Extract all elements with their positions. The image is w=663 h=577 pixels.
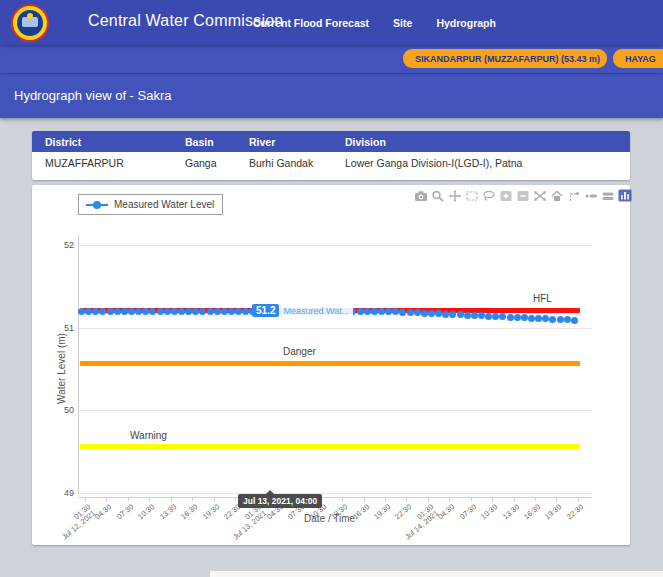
- measured-data-point[interactable]: [171, 308, 178, 315]
- x-tick-mark: [406, 497, 407, 501]
- y-gridline: [78, 328, 592, 329]
- measured-data-point[interactable]: [207, 308, 214, 315]
- measured-data-point[interactable]: [478, 312, 485, 319]
- measured-data-point[interactable]: [449, 311, 456, 318]
- x-tick-mark: [556, 497, 557, 501]
- measured-data-point[interactable]: [564, 316, 571, 323]
- col-division: Division: [345, 136, 630, 148]
- measured-data-point[interactable]: [214, 308, 221, 315]
- measured-data-point[interactable]: [528, 315, 535, 322]
- measured-data-point[interactable]: [364, 308, 371, 315]
- nav-hydrograph[interactable]: Hydrograph: [436, 17, 496, 29]
- x-tick-mark: [106, 497, 107, 501]
- x-tick-mark: [192, 497, 193, 501]
- measured-data-point[interactable]: [92, 308, 99, 315]
- nav-site[interactable]: Site: [393, 17, 412, 29]
- cell-river: Burhi Gandak: [249, 157, 345, 169]
- x-tick-mark: [514, 497, 515, 501]
- measured-data-point[interactable]: [228, 308, 235, 315]
- measured-data-point[interactable]: [421, 310, 428, 317]
- x-axis-tooltip: Jul 13, 2021, 04:00: [238, 494, 322, 508]
- measured-data-point[interactable]: [121, 308, 128, 315]
- x-tick-mark: [128, 497, 129, 501]
- measured-data-point[interactable]: [399, 309, 406, 316]
- measured-data-point[interactable]: [499, 313, 506, 320]
- measured-data-point[interactable]: [371, 308, 378, 315]
- x-tick-mark: [535, 497, 536, 501]
- measured-data-point[interactable]: [378, 308, 385, 315]
- measured-data-point[interactable]: [514, 314, 521, 321]
- measured-data-point[interactable]: [485, 313, 492, 320]
- y-gridline: [78, 410, 592, 411]
- station-button-sikandarpur[interactable]: SIKANDARPUR (MUZZAFARPUR) (53.43 m): [403, 49, 607, 68]
- measured-data-point[interactable]: [185, 308, 192, 315]
- ref-label-danger: Danger: [283, 346, 316, 357]
- measured-data-point[interactable]: [521, 314, 528, 321]
- ref-line-danger: [80, 361, 580, 366]
- measured-data-point[interactable]: [407, 309, 414, 316]
- measured-data-point[interactable]: [535, 315, 542, 322]
- measured-data-point[interactable]: [99, 308, 106, 315]
- measured-data-point[interactable]: [428, 310, 435, 317]
- main-nav: Current Flood Forecast Site Hydrograph: [253, 17, 496, 29]
- measured-data-point[interactable]: [507, 314, 514, 321]
- measured-data-point[interactable]: [164, 308, 171, 315]
- cwc-logo-icon: [11, 4, 49, 42]
- measured-data-point[interactable]: [464, 312, 471, 319]
- measured-data-point[interactable]: [114, 308, 121, 315]
- page-title-bar: Hydrograph view of - Sakra: [0, 73, 663, 118]
- measured-data-point[interactable]: [107, 308, 114, 315]
- measured-data-point[interactable]: [542, 315, 549, 322]
- measured-data-point[interactable]: [385, 308, 392, 315]
- station-table-card: District Basin River Division MUZAFFARPU…: [32, 131, 630, 180]
- measured-data-point[interactable]: [128, 308, 135, 315]
- hydrograph-chart-card: Measured Water Level 51.2 Measured Wat..…: [32, 185, 630, 545]
- measured-data-point[interactable]: [571, 317, 578, 324]
- plot-area[interactable]: 51.2 Measured Wat... Jul 13, 2021, 04:00…: [32, 185, 630, 545]
- measured-data-point[interactable]: [85, 308, 92, 315]
- measured-data-point[interactable]: [235, 308, 242, 315]
- measured-data-point[interactable]: [192, 308, 199, 315]
- x-tick-mark: [428, 497, 429, 501]
- col-district: District: [32, 136, 185, 148]
- x-tick-mark: [578, 497, 579, 501]
- measured-data-point[interactable]: [149, 308, 156, 315]
- measured-data-point[interactable]: [557, 316, 564, 323]
- page: Central Water Commission Current Flood F…: [0, 0, 663, 577]
- measured-data-point[interactable]: [135, 308, 142, 315]
- measured-data-point[interactable]: [142, 308, 149, 315]
- y-tick-label: 52: [52, 240, 74, 250]
- measured-data-point[interactable]: [442, 311, 449, 318]
- table-row: MUZAFFARPUR Ganga Burhi Gandak Lower Gan…: [32, 152, 630, 174]
- measured-data-point[interactable]: [392, 308, 399, 315]
- y-axis-line: [78, 235, 79, 493]
- measured-data-point[interactable]: [157, 308, 164, 315]
- measured-data-point[interactable]: [435, 310, 442, 317]
- measured-data-point[interactable]: [492, 313, 499, 320]
- measured-data-point[interactable]: [471, 312, 478, 319]
- col-basin: Basin: [185, 136, 249, 148]
- measured-data-point[interactable]: [242, 308, 249, 315]
- measured-data-point[interactable]: [78, 308, 85, 315]
- nav-current-flood-forecast[interactable]: Current Flood Forecast: [253, 17, 369, 29]
- hover-value: 51.2: [252, 304, 279, 317]
- ref-line-warning: [80, 444, 580, 449]
- cell-district: MUZAFFARPUR: [32, 157, 185, 169]
- x-tick-mark: [492, 497, 493, 501]
- measured-data-point[interactable]: [178, 308, 185, 315]
- x-tick-mark: [449, 497, 450, 501]
- measured-data-point[interactable]: [199, 308, 206, 315]
- hover-series-name: Measured Wat...: [279, 305, 353, 317]
- x-tick-mark: [342, 497, 343, 501]
- station-button-hayag[interactable]: HAYAG: [613, 49, 663, 68]
- measured-data-point[interactable]: [221, 308, 228, 315]
- x-tick-label: 01:30Jul 12, 2021: [33, 503, 97, 560]
- y-axis-title: Water Level (m): [56, 333, 67, 404]
- x-tick-mark: [235, 497, 236, 501]
- col-river: River: [249, 136, 345, 148]
- measured-data-point[interactable]: [549, 316, 556, 323]
- x-tick-mark: [471, 497, 472, 501]
- measured-data-point[interactable]: [357, 308, 364, 315]
- measured-data-point[interactable]: [414, 309, 421, 316]
- measured-data-point[interactable]: [457, 311, 464, 318]
